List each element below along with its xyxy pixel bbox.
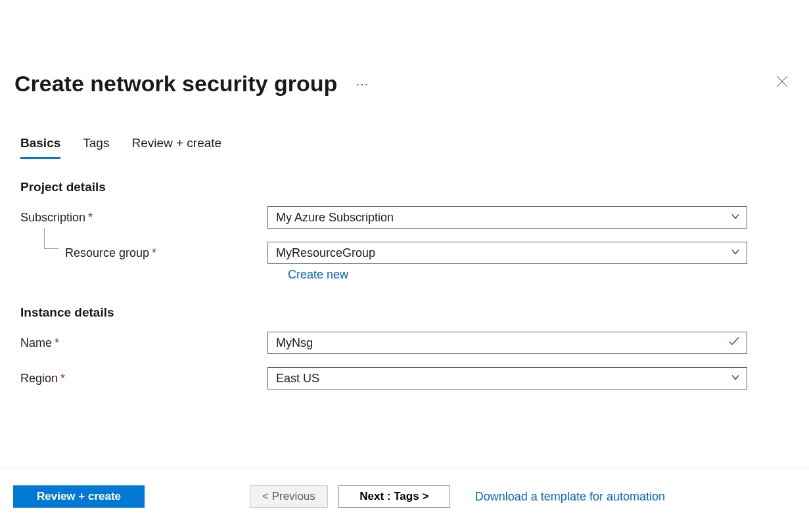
close-icon [776,76,788,87]
tab-review-create[interactable]: Review + create [131,136,221,159]
name-input[interactable]: MyNsg [267,332,747,354]
section-instance-details: Instance details [20,305,762,320]
subscription-value: My Azure Subscription [276,211,394,225]
chevron-down-icon [731,372,740,386]
subscription-select[interactable]: My Azure Subscription [267,206,747,229]
next-button[interactable]: Next : Tags > [338,485,450,508]
required-indicator: * [60,372,65,386]
required-indicator: * [152,246,156,260]
section-project-details: Project details [20,180,762,194]
label-region: Region [20,372,58,386]
resource-group-select[interactable]: MyResourceGroup [267,242,747,264]
required-indicator: * [88,211,93,225]
valid-check-icon [728,336,740,351]
more-actions-icon[interactable]: ⋯ [356,76,369,92]
tab-bar: Basics Tags Review + create [0,97,809,159]
resource-group-value: MyResourceGroup [276,246,375,260]
region-value: East US [276,372,319,386]
create-new-link[interactable]: Create new [288,268,762,282]
label-subscription: Subscription [20,211,85,225]
name-value: MyNsg [276,336,313,350]
label-name: Name [20,336,52,350]
close-button[interactable] [774,73,791,92]
page-title: Create network security group [14,71,337,97]
tab-basics[interactable]: Basics [20,136,60,159]
footer-bar: Review + create < Previous Next : Tags >… [0,468,809,508]
tab-tags[interactable]: Tags [83,136,109,159]
previous-button: < Previous [250,485,328,508]
download-template-link[interactable]: Download a template for automation [475,490,665,504]
review-create-button[interactable]: Review + create [13,485,145,508]
region-select[interactable]: East US [267,367,747,389]
tree-connector-icon [44,228,58,249]
chevron-down-icon [731,211,740,225]
required-indicator: * [55,336,59,350]
label-resource-group: Resource group [65,246,149,260]
chevron-down-icon [731,246,740,260]
